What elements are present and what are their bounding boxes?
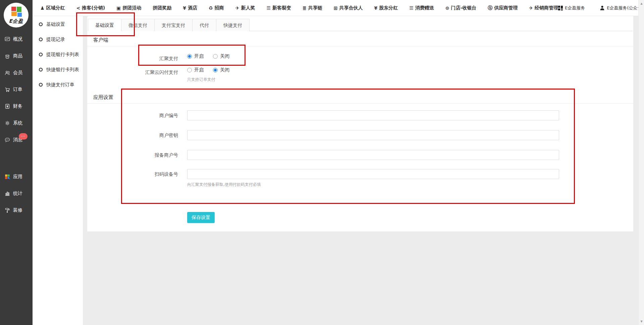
nav-item-share-partner[interactable]: ⊞ 共享合伙人 — [334, 5, 363, 11]
save-settings-button[interactable]: 保存设置 — [187, 212, 215, 223]
submenu-label: 提现银行卡列表 — [46, 52, 79, 58]
sidebar-item-label: 订单 — [13, 87, 22, 93]
sidebar-item-finance[interactable]: 财务 — [0, 98, 33, 115]
nav-label: 新人奖 — [241, 5, 255, 11]
merchant-number-input[interactable] — [187, 110, 559, 120]
field-label: 扫码设备号 — [87, 171, 178, 177]
nav-item-region-dividend[interactable]: ♟ 区域分红 — [40, 5, 65, 11]
submenu-item-quick-pay-orders[interactable]: 快捷支付订单 — [33, 77, 83, 92]
nav-item-store-cashier[interactable]: ⊙ 门店-收银台 — [445, 5, 477, 11]
radio-option-on[interactable]: 开启 — [187, 53, 204, 59]
filing-merchant-number-input[interactable] — [187, 150, 559, 160]
sidebar-item-system[interactable]: 系统 — [0, 115, 33, 131]
radio-option-on[interactable]: 开启 — [187, 67, 204, 73]
account-menu[interactable]: E企盈服务(公众号管理员) — [600, 5, 644, 11]
field-label: 商户编号 — [87, 113, 178, 119]
nav-label: 消费赠送 — [415, 5, 434, 11]
nav-label: 共享合伙人 — [339, 5, 363, 11]
nav-label: 共享链 — [308, 5, 322, 11]
nav-label: 经销商管理 — [535, 5, 558, 11]
tabs: 基础设置 微信支付 支付宝支付 代付 快捷支付 — [88, 19, 250, 31]
bar-chart-icon — [4, 191, 10, 197]
sidebar-item-apps[interactable]: 应用 — [0, 168, 33, 185]
nav-item-new-customer-fission[interactable]: ☰ 新客裂变 — [266, 5, 291, 11]
tab-alipay[interactable]: 支付宝支付 — [155, 19, 193, 31]
sidebar-item-design[interactable]: 装修 — [0, 202, 33, 219]
submenu-label: 快捷支付订单 — [46, 82, 74, 88]
top-nav: ♟ 区域分红 < 推客(分销) ▣ 拼团活动 拼团奖励 ¥ 酒店 ♻ 招商 — [40, 5, 558, 11]
tab-basic-settings[interactable]: 基础设置 — [88, 19, 121, 31]
nav-item-investment[interactable]: ♻ 招商 — [209, 5, 224, 11]
radio-selected-icon[interactable] — [213, 68, 218, 72]
scan-device-number-input[interactable] — [187, 169, 559, 179]
nav-label: 拼团活动 — [122, 5, 141, 11]
submenu-item-quick-bank-cards[interactable]: 快捷银行卡列表 — [33, 62, 83, 77]
nav-item-shareholder-dividend[interactable]: ¥ 股东分红 — [374, 5, 398, 11]
tab-wechat-pay[interactable]: 微信支付 — [121, 19, 155, 31]
gear-icon — [4, 120, 10, 126]
sidebar-item-goods[interactable]: 商品 — [0, 48, 33, 64]
huiju-unionpay-radio-group: 开启 关闭 — [187, 67, 229, 73]
nav-item-dealer-management[interactable]: ✈ 经销商管理 — [529, 5, 558, 11]
submenu-item-basic-settings[interactable]: 基础设置 — [33, 17, 83, 32]
nav-label: 新客裂变 — [272, 5, 291, 11]
nav-item-supplier-management[interactable]: Ⓢ 供应商管理 — [488, 5, 518, 11]
nav-item-newcomer-award[interactable]: ✈ 新人奖 — [235, 5, 255, 11]
submenu-item-withdrawal-records[interactable]: 提现记录 — [33, 32, 83, 47]
yen-icon: ¥ — [183, 5, 186, 11]
merchant-key-input[interactable] — [187, 130, 559, 140]
nav-label: 门店-收银台 — [451, 5, 476, 11]
person-icon: ♟ — [40, 5, 45, 11]
radio-label: 开启 — [194, 67, 204, 73]
paint-roller-icon — [4, 207, 10, 213]
nav-label: 区域分红 — [46, 5, 65, 11]
apps-icon — [4, 174, 10, 180]
nav-label: 招商 — [215, 5, 224, 11]
service-menu[interactable]: E企盈服务 — [558, 5, 585, 11]
tab-payment-on-behalf[interactable]: 代付 — [193, 19, 216, 31]
user-icon — [600, 5, 605, 10]
scroll-down-arrow[interactable]: ▼ — [639, 319, 644, 324]
list-icon: ≣ — [303, 5, 307, 11]
radio-unselected-icon[interactable] — [187, 68, 192, 72]
nav-item-group-activity[interactable]: ▣ 拼团活动 — [116, 5, 141, 11]
plane-icon: ✈ — [529, 5, 533, 11]
circle-icon — [39, 68, 43, 71]
sidebar-item-messages[interactable]: 消息 … — [0, 131, 33, 148]
scroll-up-arrow[interactable]: ▲ — [639, 1, 644, 6]
sidebar-item-label: 装修 — [13, 207, 22, 213]
grid-icon — [558, 6, 563, 10]
payment-submenu: 基础设置 提现记录 提现银行卡列表 快捷银行卡列表 快捷支付订单 — [33, 16, 83, 325]
menu-icon: ☰ — [409, 5, 414, 11]
radio-option-off[interactable]: 关闭 — [213, 53, 229, 59]
submenu-item-withdrawal-bank-cards[interactable]: 提现银行卡列表 — [33, 47, 83, 62]
nav-item-group-reward[interactable]: 拼团奖励 — [153, 5, 171, 11]
circle-icon — [39, 22, 43, 26]
camera-icon: ⊙ — [445, 5, 449, 11]
radio-unselected-icon[interactable] — [213, 54, 218, 59]
tab-quick-pay[interactable]: 快捷支付 — [216, 19, 249, 31]
sidebar-item-stats[interactable]: 统计 — [0, 185, 33, 202]
radio-label: 开启 — [194, 53, 204, 59]
sidebar-item-label: 应用 — [13, 174, 22, 180]
vertical-scrollbar[interactable]: ▲ ▼ — [638, 0, 644, 325]
radio-selected-icon[interactable] — [187, 54, 192, 59]
nav-item-distribution[interactable]: < 推客(分销) — [76, 5, 105, 11]
s-circle-icon: Ⓢ — [488, 5, 492, 11]
sidebar-item-overview[interactable]: 概况 — [0, 31, 33, 48]
sidebar-item-orders[interactable]: 订单 — [0, 81, 33, 98]
nav-item-share-chain[interactable]: ≣ 共享链 — [303, 5, 322, 11]
submenu-label: 提现记录 — [46, 37, 65, 43]
section-title-app: 应用设置 — [93, 94, 113, 101]
settings-panel: 基础设置 微信支付 支付宝支付 代付 快捷支付 客户端 汇聚支付 开启 关闭 — [87, 16, 633, 231]
sidebar-item-label: 统计 — [13, 191, 22, 197]
app-logo: E企盈 — [4, 3, 29, 28]
nav-item-hotel[interactable]: ¥ 酒店 — [183, 5, 197, 11]
members-icon — [4, 70, 10, 76]
nav-item-consumption-gift[interactable]: ☰ 消费赠送 — [409, 5, 434, 11]
circle-icon — [39, 83, 43, 87]
radio-label: 关闭 — [220, 53, 229, 59]
sidebar-item-members[interactable]: 会员 — [0, 64, 33, 81]
radio-option-off[interactable]: 关闭 — [213, 67, 229, 73]
menu-icon: ☰ — [266, 5, 271, 11]
